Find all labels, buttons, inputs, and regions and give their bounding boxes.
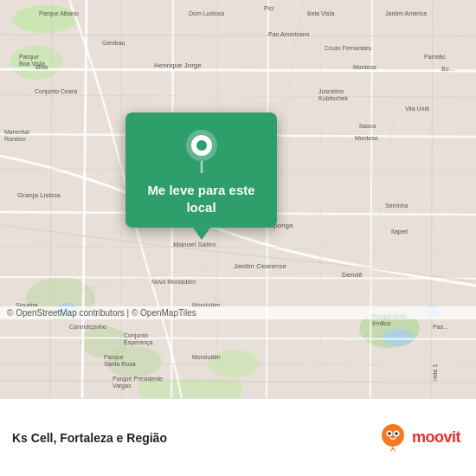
map-attribution: © OpenStreetMap contributors | © OpenMap… xyxy=(0,306,476,319)
svg-text:Rondon: Rondon xyxy=(4,136,26,142)
svg-text:Pan Americano: Pan Americano xyxy=(268,31,310,37)
svg-text:Dendê: Dendê xyxy=(342,271,363,279)
svg-text:Vargas: Vargas xyxy=(113,383,132,389)
svg-text:Pici: Pici xyxy=(264,5,274,11)
svg-text:Conjunto Ceará: Conjunto Ceará xyxy=(35,88,77,95)
svg-text:Jardim América: Jardim América xyxy=(385,10,427,16)
bottom-bar: Ks Cell, Fortaleza e Região moovit xyxy=(0,398,476,476)
svg-text:Bo...: Bo... xyxy=(441,66,453,72)
svg-text:Parque Presidente: Parque Presidente xyxy=(113,376,163,383)
svg-point-1 xyxy=(12,5,78,33)
svg-text:Serrinha: Serrinha xyxy=(385,203,408,209)
svg-text:Esperança: Esperança xyxy=(124,339,153,346)
svg-text:Kubitschek: Kubitschek xyxy=(318,95,349,101)
moovit-logo: moovit xyxy=(378,423,460,453)
svg-text:Couto Fernandes: Couto Fernandes xyxy=(325,45,372,51)
svg-line-18 xyxy=(0,69,476,71)
svg-point-82 xyxy=(382,424,404,447)
svg-text:Vila Uniã: Vila Uniã xyxy=(405,106,429,112)
svg-text:Santa Rosa: Santa Rosa xyxy=(104,361,136,367)
svg-text:Itaperi: Itaperi xyxy=(391,228,408,235)
svg-text:Jardim Cearense: Jardim Cearense xyxy=(234,262,286,270)
svg-text:Granja Lisboa: Granja Lisboa xyxy=(17,191,61,199)
location-title: Ks Cell, Fortaleza e Região xyxy=(12,431,167,445)
svg-text:Manoel Sátiro: Manoel Sátiro xyxy=(173,241,216,248)
moovit-label: moovit xyxy=(412,428,460,447)
svg-text:Montese: Montese xyxy=(355,135,378,141)
moovit-icon xyxy=(378,423,408,453)
svg-point-10 xyxy=(383,329,414,346)
svg-text:Juscelino: Juscelino xyxy=(318,88,344,94)
svg-text:Itaoca: Itaoca xyxy=(359,123,376,129)
svg-text:Conjunto: Conjunto xyxy=(124,332,148,339)
svg-text:Canindezinho: Canindezinho xyxy=(69,324,106,330)
svg-text:Bela Vista: Bela Vista xyxy=(307,10,334,16)
location-popup[interactable]: Me leve para este local xyxy=(125,113,277,228)
svg-text:Irmãos: Irmãos xyxy=(372,320,391,326)
svg-point-86 xyxy=(395,432,398,435)
svg-text:Parque: Parque xyxy=(19,54,39,61)
svg-text:Montese: Montese xyxy=(353,64,376,70)
svg-text:Novo Mondubim: Novo Mondubim xyxy=(151,279,196,285)
svg-point-81 xyxy=(196,140,207,151)
svg-text:Pas...: Pas... xyxy=(433,324,448,330)
pin-icon xyxy=(183,128,221,173)
svg-text:Dom Lustosa: Dom Lustosa xyxy=(189,10,224,16)
svg-text:Henrique Jorge: Henrique Jorge xyxy=(154,61,202,69)
svg-text:Marechal: Marechal xyxy=(4,129,29,135)
svg-text:Parque Albano: Parque Albano xyxy=(39,10,79,17)
map-container: Parque Albano Parque Boa Vista Bela Vist… xyxy=(0,0,476,398)
svg-text:Mondubim: Mondubim xyxy=(192,354,221,360)
svg-text:nida 1: nida 1 xyxy=(432,364,438,381)
svg-text:Parque: Parque xyxy=(104,354,124,361)
svg-text:Boa: Boa xyxy=(35,63,48,71)
svg-text:Genibau: Genibau xyxy=(102,40,125,46)
svg-point-85 xyxy=(388,432,391,435)
svg-text:Parreão: Parreão xyxy=(424,54,446,60)
popup-label: Me leve para este local xyxy=(136,182,267,215)
